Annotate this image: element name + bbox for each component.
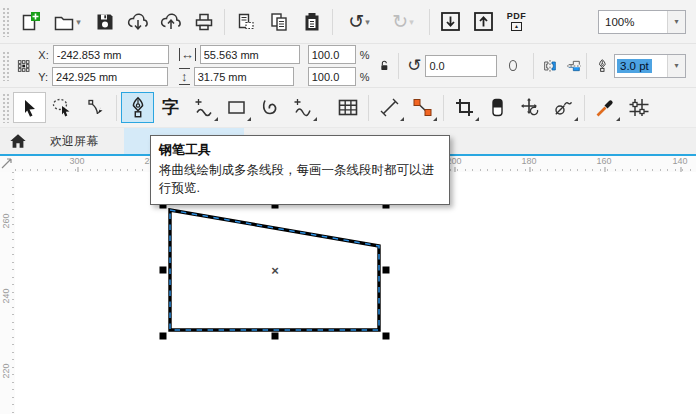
rectangle-tool[interactable]: [220, 92, 253, 123]
cut-button[interactable]: [229, 5, 262, 39]
toolbar-separator: [398, 53, 399, 79]
pick-tool[interactable]: [13, 92, 46, 123]
toolbar-grip[interactable]: [2, 7, 10, 37]
text-tool[interactable]: 字: [154, 92, 187, 123]
publish-pdf-button[interactable]: PDF▲: [500, 5, 533, 39]
shape-tool[interactable]: [79, 92, 112, 123]
x-label: X:: [38, 49, 48, 61]
dimension-tool[interactable]: [373, 92, 406, 123]
redo-button[interactable]: ↻ ▾: [381, 5, 425, 39]
toolbox: 字: [0, 88, 696, 128]
undo-dropdown-icon[interactable]: ▾: [365, 17, 370, 27]
drawing-canvas[interactable]: [15, 172, 696, 414]
object-width-icon: ↔: [179, 48, 196, 61]
property-bar: X: Y: ↔ ↕ % % ↺: [0, 44, 696, 88]
eraser-tool[interactable]: [481, 92, 514, 123]
cut-icon: [235, 11, 257, 33]
spline-tool[interactable]: [253, 92, 286, 123]
mesh-fill-tool[interactable]: [622, 92, 655, 123]
home-icon: [9, 132, 27, 150]
y-position-input[interactable]: [52, 67, 168, 86]
toolbar-grip[interactable]: [2, 93, 10, 123]
table-tool[interactable]: [331, 92, 364, 123]
toolbox-separator: [443, 95, 444, 121]
pdf-icon: PDF▲: [507, 12, 527, 31]
import-button[interactable]: [434, 5, 467, 39]
open-button[interactable]: ▾: [46, 5, 88, 39]
freehand-pick-icon: [52, 97, 73, 118]
paste-button[interactable]: [295, 5, 328, 39]
tab-welcome-screen[interactable]: 欢迎屏幕: [36, 128, 112, 154]
freehand-tool[interactable]: [187, 92, 220, 123]
redo-dropdown-icon[interactable]: ▾: [409, 17, 414, 27]
crop-tool[interactable]: [448, 92, 481, 123]
rotation-angle-input[interactable]: [425, 55, 497, 77]
v-scale-input[interactable]: [308, 67, 356, 86]
size-fields: ↔ ↕: [179, 45, 300, 86]
selection-handle[interactable]: [272, 333, 279, 340]
color-eyedropper-tool[interactable]: [589, 92, 622, 123]
y-label: Y:: [38, 71, 48, 83]
free-transform-icon: [520, 97, 541, 118]
cloud-download-icon: [126, 11, 150, 33]
position-fields: X: Y:: [34, 45, 168, 86]
print-button[interactable]: [187, 5, 220, 39]
outline-pen-icon: [597, 55, 608, 77]
export-cloud-button[interactable]: [154, 5, 187, 39]
import-cloud-button[interactable]: [121, 5, 154, 39]
open-dropdown-icon[interactable]: ▾: [76, 17, 81, 27]
freehand-line-icon: [193, 97, 214, 118]
pen-tool[interactable]: [121, 92, 154, 123]
vertical-ruler[interactable]: 260240220: [0, 172, 16, 414]
mirror-horizontal-icon[interactable]: [542, 55, 558, 77]
shape-node-icon: [86, 98, 106, 118]
angle-indicator-icon: [509, 60, 517, 71]
tooltip-title: 钢笔工具: [159, 141, 441, 159]
x-position-input[interactable]: [53, 45, 169, 64]
save-icon: [94, 11, 116, 33]
save-button[interactable]: [88, 5, 121, 39]
eraser-icon: [487, 97, 508, 118]
zoom-dropdown-icon[interactable]: ▾: [667, 11, 685, 33]
selection-handle[interactable]: [160, 333, 167, 340]
undo-button[interactable]: ↺ ▾: [337, 5, 381, 39]
ruler-origin-corner[interactable]: [0, 156, 16, 173]
delete-virtual-segment-icon: [553, 97, 574, 118]
export-button[interactable]: [467, 5, 500, 39]
scale-fields: % %: [308, 45, 374, 86]
object-height-input[interactable]: [194, 67, 294, 86]
free-transform-tool[interactable]: [514, 92, 547, 123]
selection-handle[interactable]: [383, 333, 390, 340]
selection-handle[interactable]: [160, 267, 167, 274]
h-scale-input[interactable]: [308, 45, 356, 64]
selection-handle[interactable]: [383, 267, 390, 274]
artistic-media-tool[interactable]: [286, 92, 319, 123]
export-icon: [472, 10, 495, 33]
freehand-pick-tool[interactable]: [46, 92, 79, 123]
v-percent-label: %: [360, 71, 370, 83]
zoom-level-value: 100%: [599, 11, 667, 33]
table-grid-icon: [337, 97, 359, 118]
toolbox-separator: [584, 95, 585, 121]
copy-button[interactable]: [262, 5, 295, 39]
redo-icon: ↻: [392, 12, 408, 31]
standard-toolbar: ▾: [0, 0, 696, 44]
toolbar-grip[interactable]: [2, 51, 10, 81]
mirror-vertical-icon[interactable]: [566, 55, 582, 77]
object-width-input[interactable]: [200, 45, 300, 64]
dimension-icon: [379, 97, 400, 118]
outline-width-dropdown-icon[interactable]: ▾: [667, 55, 685, 77]
outline-width-combo[interactable]: 3.0 pt ▾: [614, 54, 686, 78]
zoom-level-combo[interactable]: 100% ▾: [598, 10, 686, 34]
connector-icon: [412, 97, 433, 118]
lock-ratio-icon[interactable]: [379, 56, 390, 76]
outline-width-value: 3.0 pt: [617, 59, 652, 73]
new-document-button[interactable]: [13, 5, 46, 39]
home-button[interactable]: [0, 128, 36, 154]
rectangle-icon: [226, 97, 247, 118]
cloud-upload-icon: [159, 11, 183, 33]
pen-tool-tooltip: 钢笔工具 将曲线绘制成多条线段，每画一条线段时都可以进行预览.: [150, 135, 450, 205]
connector-tool[interactable]: [406, 92, 439, 123]
delete-virtual-segment-tool[interactable]: [547, 92, 580, 123]
object-center-mark[interactable]: ×: [271, 263, 279, 278]
